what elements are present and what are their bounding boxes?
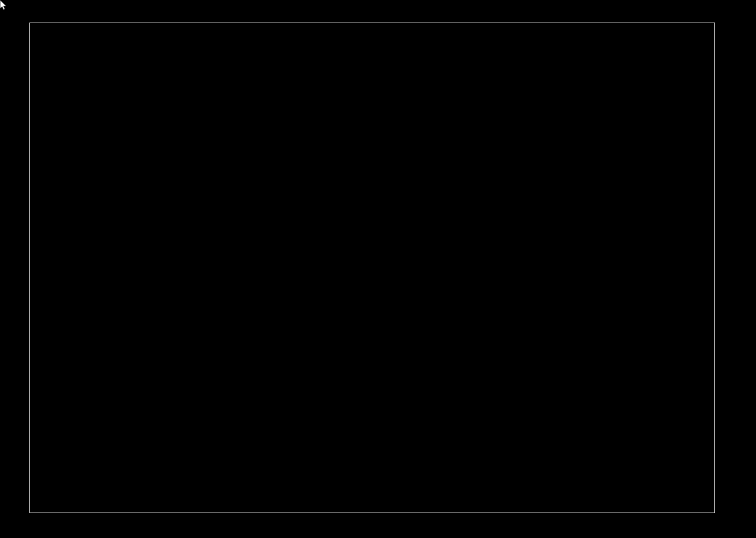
colorbar: [732, 171, 740, 367]
mouse-cursor: [0, 0, 7, 10]
spectrogram-canvas: [30, 23, 714, 513]
